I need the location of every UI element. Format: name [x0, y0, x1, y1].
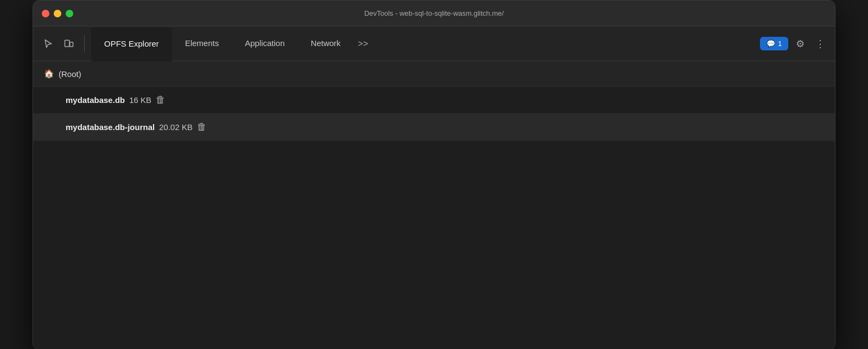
content-area: 🏠 (Root) mydatabase.db 16 KB 🗑 mydatabas… — [33, 61, 835, 349]
close-button[interactable] — [42, 10, 49, 17]
delete-file-button[interactable]: 🗑 — [197, 121, 207, 133]
maximize-button[interactable] — [66, 10, 73, 17]
toolbar-icon-group — [40, 35, 85, 53]
devtools-window: DevTools - web-sql-to-sqlite-wasm.glitch… — [33, 0, 835, 349]
settings-button[interactable]: ⚙ — [793, 35, 808, 53]
file-name: mydatabase.db — [66, 95, 125, 105]
file-size: 16 KB — [129, 95, 151, 105]
device-toolbar-button[interactable] — [60, 35, 78, 53]
traffic-lights — [42, 10, 73, 17]
file-row: mydatabase.db-journal 20.02 KB 🗑 — [33, 114, 835, 141]
inspect-element-button[interactable] — [40, 35, 57, 53]
file-tree: 🏠 (Root) mydatabase.db 16 KB 🗑 mydatabas… — [33, 61, 835, 141]
delete-file-button[interactable]: 🗑 — [156, 94, 165, 106]
window-title: DevTools - web-sql-to-sqlite-wasm.glitch… — [364, 9, 503, 17]
minimize-button[interactable] — [54, 10, 61, 17]
root-label: (Root) — [59, 69, 81, 79]
device-icon — [63, 38, 74, 49]
cursor-icon — [43, 38, 54, 49]
tab-opfs-explorer[interactable]: OPFS Explorer — [91, 27, 172, 61]
tab-elements[interactable]: Elements — [172, 27, 232, 61]
tab-network[interactable]: Network — [298, 27, 354, 61]
tab-bar: OPFS Explorer Elements Application Netwo… — [91, 27, 373, 61]
svg-rect-1 — [70, 42, 73, 46]
file-size: 20.02 KB — [159, 122, 193, 132]
root-row: 🏠 (Root) — [33, 61, 835, 87]
more-tabs-button[interactable]: >> — [354, 27, 373, 61]
file-row: mydatabase.db 16 KB 🗑 — [33, 87, 835, 114]
badge-count: 1 — [778, 40, 782, 48]
toolbar-right: 💬 1 ⚙ ⋮ — [760, 35, 828, 53]
more-options-button[interactable]: ⋮ — [812, 35, 828, 53]
file-name: mydatabase.db-journal — [66, 122, 155, 132]
ellipsis-icon: ⋮ — [815, 38, 825, 50]
root-icon: 🏠 — [44, 69, 54, 79]
tab-application[interactable]: Application — [232, 27, 297, 61]
svg-rect-0 — [65, 40, 69, 47]
toolbar: OPFS Explorer Elements Application Netwo… — [33, 27, 835, 61]
gear-icon: ⚙ — [796, 38, 805, 50]
chat-icon: 💬 — [767, 40, 775, 48]
title-bar: DevTools - web-sql-to-sqlite-wasm.glitch… — [33, 1, 835, 27]
notifications-button[interactable]: 💬 1 — [760, 37, 788, 50]
